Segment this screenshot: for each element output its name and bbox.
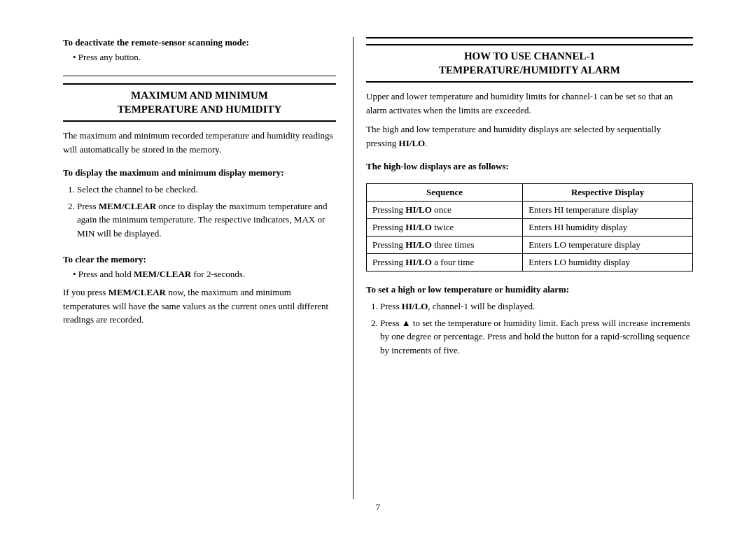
deactivate-heading-text: To deactivate the remote-sensor scanning… (63, 37, 249, 48)
left-title-line2: TEMPERATURE AND HUMIDITY (118, 104, 282, 115)
table-cell-disp-1: Enters HI temperature display (523, 202, 693, 219)
alarm-step-1: Press HI/LO, channel-1 will be displayed… (380, 299, 693, 313)
right-intro-text1: Upper and lower temperature and humidity… (366, 90, 693, 117)
mem-text: If you press MEM/CLEAR now, the maximum … (63, 285, 336, 327)
table-cell-seq-2: Pressing HI/LO twice (367, 219, 523, 237)
clear-bullet: Press and hold MEM/CLEAR for 2-seconds. (73, 269, 336, 280)
table-header-sequence: Sequence (367, 184, 523, 202)
left-column: To deactivate the remote-sensor scanning… (63, 37, 353, 499)
alarm-heading: To set a high or low temperature or humi… (366, 284, 693, 295)
divider-1 (63, 76, 336, 76)
right-top-divider (366, 37, 693, 38)
clear-heading: To clear the memory: (63, 254, 336, 265)
table-cell-disp-4: Enters LO humidity display (523, 254, 693, 271)
alarm-steps-list: Press HI/LO, channel-1 will be displayed… (380, 299, 693, 360)
table-cell-disp-2: Enters HI humidity display (523, 219, 693, 237)
right-title-line1: HOW TO USE CHANNEL-1 (464, 50, 595, 62)
right-intro-text2: The high and low temperature and humidit… (366, 122, 693, 150)
table-cell-seq-4: Pressing HI/LO a four time (367, 254, 523, 271)
page: To deactivate the remote-sensor scanning… (42, 16, 714, 520)
alarm-step-2: Press ▲ to set the temperature or humidi… (380, 316, 693, 358)
table-row: Pressing HI/LO a four time Enters LO hum… (367, 254, 693, 271)
table-row: Pressing HI/LO three times Enters LO tem… (367, 237, 693, 254)
deactivate-bullet: Press any button. (73, 52, 336, 63)
table-row: Pressing HI/LO once Enters HI temperatur… (367, 202, 693, 219)
table-header-row: Sequence Respective Display (367, 184, 693, 202)
table-cell-disp-3: Enters LO temperature display (523, 237, 693, 254)
deactivate-heading: To deactivate the remote-sensor scanning… (63, 37, 336, 48)
right-column: HOW TO USE CHANNEL-1 TEMPERATURE/HUMIDIT… (353, 37, 693, 499)
table-row: Pressing HI/LO twice Enters HI humidity … (367, 219, 693, 237)
page-number: 7 (376, 502, 381, 513)
hi-lo-table: Sequence Respective Display Pressing HI/… (366, 183, 693, 271)
right-section-heading: HOW TO USE CHANNEL-1 TEMPERATURE/HUMIDIT… (366, 44, 693, 83)
display-heading: To display the maximum and minimum displ… (63, 167, 336, 178)
left-title-line1: MAXIMUM AND MINIMUM (131, 90, 268, 101)
display-step-2: Press MEM/CLEAR once to display the maxi… (77, 199, 336, 241)
right-title-line2: TEMPERATURE/HUMIDITY ALARM (439, 64, 620, 76)
table-cell-seq-1: Pressing HI/LO once (367, 202, 523, 219)
table-heading: The high-low displays are as follows: (366, 161, 693, 172)
table-header-display: Respective Display (523, 184, 693, 202)
table-cell-seq-3: Pressing HI/LO three times (367, 237, 523, 254)
left-intro-text: The maximum and minimum recorded tempera… (63, 129, 336, 156)
display-steps-list: Select the channel to be checked. Press … (77, 183, 336, 243)
left-section-heading: MAXIMUM AND MINIMUM TEMPERATURE AND HUMI… (63, 83, 336, 122)
display-step-1: Select the channel to be checked. (77, 183, 336, 197)
